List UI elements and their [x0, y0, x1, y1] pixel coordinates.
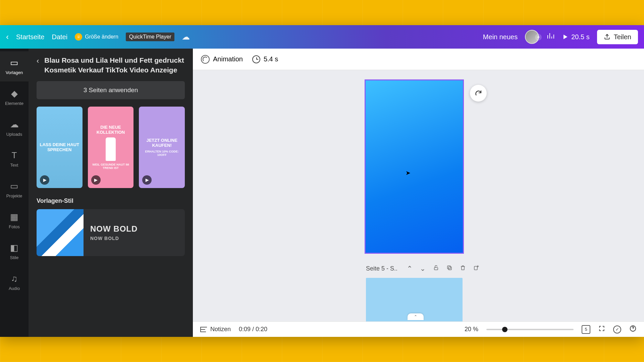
- project-title[interactable]: Mein neues: [483, 33, 518, 41]
- template-style-card[interactable]: NOW BOLD NOW BOLD: [37, 209, 185, 256]
- rail-uploads[interactable]: ☁ Uploads: [0, 113, 29, 143]
- crown-icon: ♕: [75, 33, 82, 41]
- template-thumb-3[interactable]: JETZT ONLINE KAUFEN! ERHALTEN 10% CODE: …: [139, 107, 185, 188]
- resize-label: Größe ändern: [85, 34, 118, 40]
- zoom-slider[interactable]: [486, 329, 574, 330]
- animation-button[interactable]: Animation: [201, 55, 243, 64]
- page-label[interactable]: Seite 5 - S..: [366, 265, 397, 272]
- insights-icon[interactable]: [546, 32, 554, 42]
- template-title: Blau Rosa und Lila Hell und Fett gedruck…: [44, 55, 185, 75]
- back-arrow-icon[interactable]: ‹: [6, 32, 9, 42]
- rail-elements-label: Elemente: [5, 101, 23, 106]
- play-presentation-button[interactable]: 20.5 s: [562, 33, 589, 41]
- home-link[interactable]: Startseite: [16, 33, 44, 41]
- photos-icon: ▦: [10, 212, 18, 222]
- canvas-scroll[interactable]: ➤ Seite 5 - S.. ⌃ ⌄: [193, 70, 644, 321]
- duplicate-page-icon[interactable]: [446, 265, 452, 273]
- uploads-icon: ☁: [10, 119, 19, 130]
- add-page-icon[interactable]: [473, 265, 479, 273]
- thumb1-text: LASS DEINE HAUT SPRECHEN: [39, 142, 80, 152]
- play-icon: ▶: [142, 175, 152, 185]
- accessibility-check-icon[interactable]: ✓: [613, 325, 621, 334]
- notes-label: Notizen: [210, 326, 231, 333]
- product-tube-graphic: [106, 137, 116, 161]
- help-icon[interactable]: [629, 325, 637, 334]
- rail-photos-label: Fotos: [9, 224, 20, 229]
- expand-timeline-tab[interactable]: ⌃: [408, 313, 424, 320]
- rail-photos[interactable]: ▦ Fotos: [0, 205, 29, 236]
- notes-button[interactable]: Notizen: [200, 326, 231, 333]
- cursor-icon: ➤: [406, 169, 411, 177]
- elements-icon: ◆: [11, 88, 18, 99]
- canvas-area: Animation 5.4 s ➤ Seite 5 - S.. ⌃ ⌄: [193, 49, 644, 337]
- file-menu[interactable]: Datei: [52, 33, 67, 41]
- svg-rect-1: [448, 267, 451, 270]
- svg-rect-0: [434, 267, 438, 270]
- template-thumb-1[interactable]: LASS DEINE HAUT SPRECHEN ▶: [37, 107, 83, 188]
- style-swatch: [37, 209, 84, 256]
- lock-page-icon[interactable]: [433, 265, 439, 273]
- notes-icon: [200, 327, 207, 332]
- templates-panel: ‹ Blau Rosa und Lila Hell und Fett gedru…: [29, 49, 193, 337]
- rail-audio-label: Audio: [9, 286, 20, 291]
- audio-icon: ♫: [11, 274, 18, 284]
- rail-elements[interactable]: ◆ Elemente: [0, 82, 29, 112]
- svg-rect-3: [474, 266, 477, 270]
- rail-text-label: Text: [10, 163, 18, 168]
- projects-icon: ▭: [10, 181, 18, 191]
- clip-duration-button[interactable]: 5.4 s: [252, 55, 278, 63]
- clip-time-label: 5.4 s: [264, 55, 278, 63]
- rail-projects[interactable]: ▭ Projekte: [0, 175, 29, 205]
- page-count-button[interactable]: 5: [582, 325, 590, 334]
- share-label: Teilen: [614, 33, 631, 41]
- side-rail: ▭ Vorlagen ◆ Elemente ☁ Uploads T Text ▭…: [0, 49, 29, 337]
- rail-uploads-label: Uploads: [6, 132, 22, 137]
- fullscreen-icon[interactable]: [598, 325, 605, 334]
- thumb2-text: DIE NEUE KOLLEKTION: [91, 125, 131, 135]
- panel-back-icon[interactable]: ‹: [37, 57, 39, 65]
- workspace: ▭ Vorlagen ◆ Elemente ☁ Uploads T Text ▭…: [0, 49, 644, 337]
- zoom-slider-knob[interactable]: [502, 327, 507, 332]
- delete-page-icon[interactable]: [460, 265, 466, 273]
- top-bar: ‹ Startseite Datei ♕ Größe ändern QuickT…: [0, 25, 644, 49]
- style-name-big: NOW BOLD: [90, 224, 138, 234]
- rail-audio[interactable]: ♫ Audio: [0, 267, 29, 297]
- rail-projects-label: Projekte: [6, 193, 22, 198]
- styles-icon: ◧: [10, 243, 18, 253]
- animation-label: Animation: [213, 55, 243, 63]
- timecode-label: 0:09 / 0:20: [239, 326, 267, 333]
- rail-styles-label: Stile: [10, 255, 18, 260]
- rail-templates-label: Vorlagen: [6, 70, 23, 75]
- thumb2-subtext: WEIL GESUNDE HAUT IM TREND IST: [91, 163, 131, 170]
- thumb3-subtext: ERHALTEN 10% CODE: 10OFF: [142, 150, 182, 157]
- app-window: ‹ Startseite Datei ♕ Größe ändern QuickT…: [0, 25, 644, 337]
- move-page-up-icon[interactable]: ⌃: [407, 264, 413, 273]
- play-icon: ▶: [91, 175, 101, 185]
- thumb3-text: JETZT ONLINE KAUFEN!: [142, 138, 182, 148]
- footer-bar: Notizen 0:09 / 0:20 20 % 5 ✓: [193, 321, 644, 337]
- animation-icon: [201, 55, 210, 64]
- rail-styles[interactable]: ◧ Stile: [0, 236, 29, 266]
- context-toolbar: Animation 5.4 s: [193, 49, 644, 70]
- style-section-label: Vorlagen-Stil: [37, 197, 185, 204]
- cloud-sync-icon[interactable]: ☁: [182, 32, 190, 42]
- rail-text[interactable]: T Text: [0, 144, 29, 174]
- add-collaborator-icon[interactable]: +: [535, 34, 542, 41]
- regenerate-button[interactable]: [470, 85, 487, 102]
- user-avatar[interactable]: +: [525, 30, 539, 44]
- template-page-thumbs: LASS DEINE HAUT SPRECHEN ▶ DIE NEUE KOLL…: [37, 107, 185, 188]
- template-thumb-2[interactable]: DIE NEUE KOLLEKTION WEIL GESUNDE HAUT IM…: [88, 107, 134, 188]
- quicktime-tooltip: QuickTime Player: [126, 33, 175, 41]
- resize-button[interactable]: ♕ Größe ändern: [75, 33, 118, 41]
- apply-all-pages-button[interactable]: 3 Seiten anwenden: [37, 81, 185, 99]
- text-icon: T: [12, 150, 17, 161]
- play-duration-label: 20.5 s: [571, 33, 589, 41]
- move-page-down-icon[interactable]: ⌄: [420, 264, 426, 273]
- share-button[interactable]: Teilen: [597, 30, 638, 44]
- play-icon: ▶: [40, 175, 49, 185]
- selected-page-canvas[interactable]: [365, 79, 464, 254]
- svg-rect-2: [447, 266, 450, 269]
- style-name-small: NOW BOLD: [90, 236, 138, 241]
- rail-templates[interactable]: ▭ Vorlagen: [0, 51, 29, 81]
- zoom-percent-label[interactable]: 20 %: [465, 326, 478, 333]
